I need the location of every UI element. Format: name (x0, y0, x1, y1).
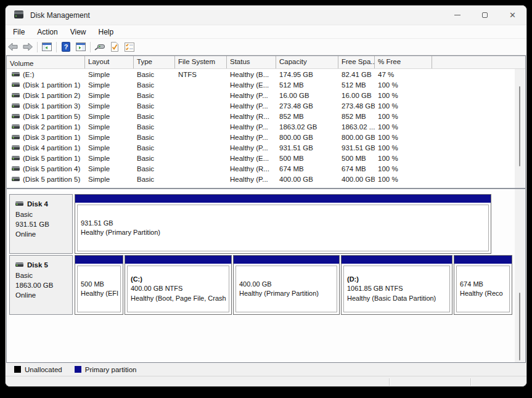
volume-cell: (Disk 1 partition 5) (7, 113, 85, 120)
capacity-cell: 273.48 GB (276, 102, 338, 110)
volume-row[interactable]: (Disk 1 partition 2) Simple Basic Health… (7, 90, 525, 100)
disk5-partition-strip: 500 MB Healthy (EFI S (C:) 400.00 GB NTF… (75, 255, 514, 315)
forward-button[interactable] (20, 40, 35, 54)
status-bar-divider (389, 378, 390, 386)
volume-row[interactable]: (Disk 1 partition 5) Simple Basic Health… (7, 111, 525, 121)
volume-drive-icon (12, 104, 20, 108)
action-pane-icon (76, 43, 86, 51)
forward-arrow-icon (22, 43, 33, 51)
back-button[interactable] (6, 40, 20, 54)
disk4-header-panel[interactable]: Disk 4 Basic 931.51 GB Online (9, 194, 73, 254)
partition-color-band (125, 256, 231, 264)
column-header-type[interactable]: Type (134, 56, 175, 68)
column-header-status[interactable]: Status (227, 56, 276, 68)
free-space-cell: 800.00 GB (338, 134, 375, 141)
layout-cell: Simple (85, 155, 134, 162)
volume-list-scrollbar[interactable] (515, 69, 525, 188)
close-icon: ✕ (509, 10, 516, 20)
menu-file[interactable]: File (7, 26, 30, 38)
unallocated-swatch (14, 366, 21, 373)
partition-disk5-5[interactable]: 674 MB Healthy (Reco (454, 255, 512, 315)
file-system-cell: NTFS (175, 71, 227, 78)
back-arrow-icon (7, 43, 18, 51)
scrollbar-thumb[interactable] (519, 86, 520, 166)
device-icon (94, 43, 105, 51)
title-bar: Disk Management ✕ (6, 6, 526, 25)
layout-cell: Simple (85, 134, 134, 141)
volume-drive-icon (12, 73, 20, 76)
free-space-cell: 1863.02 ... (338, 123, 375, 131)
partition-size: 674 MB (460, 280, 506, 290)
show-action-pane-button[interactable] (73, 40, 88, 54)
status-cell: Healthy (P... (227, 144, 276, 152)
status-bar-divider (470, 378, 471, 386)
pct-free-cell: 100 % (375, 155, 432, 162)
window-title: Disk Management (30, 11, 90, 20)
layout-cell: Simple (85, 92, 134, 99)
show-console-tree-button[interactable] (39, 40, 54, 54)
volume-row[interactable]: (E:) Simple Basic NTFS Healthy (B... 174… (7, 69, 525, 79)
disk-status: Online (15, 290, 72, 300)
volume-list-rows: (E:) Simple Basic NTFS Healthy (B... 174… (7, 69, 525, 184)
volume-row[interactable]: (Disk 5 partition 4) Simple Basic Health… (7, 163, 525, 174)
scrollbar-thumb[interactable] (519, 293, 520, 360)
task-list-button[interactable] (122, 40, 137, 54)
disk4-partition-strip: 931.51 GB Healthy (Primary Partition) (75, 194, 493, 254)
disk-icon (15, 202, 23, 206)
column-header-volume[interactable]: Volume (7, 56, 85, 68)
toolbar-separator (37, 42, 38, 52)
layout-cell: Simple (85, 81, 134, 89)
partition-disk5-d[interactable]: (D:) 1061.85 GB NTFS Healthy (Basic Data… (341, 255, 452, 315)
menu-help[interactable]: Help (93, 26, 120, 38)
pct-free-cell: 100 % (375, 81, 432, 89)
layout-cell: Simple (85, 165, 134, 173)
menu-action[interactable]: Action (31, 26, 63, 38)
maximize-button[interactable] (471, 6, 499, 25)
volume-cell: (Disk 4 partition 1) (7, 144, 85, 152)
column-header-pct-free[interactable]: % Free (375, 56, 432, 68)
free-space-cell: 16.00 GB (338, 92, 375, 99)
column-header-layout[interactable]: Layout (85, 56, 134, 68)
volume-row[interactable]: (Disk 5 partition 5) Simple Basic Health… (7, 174, 525, 184)
partition-info: 500 MB Healthy (EFI S (77, 266, 121, 312)
partition-disk4-1[interactable]: 931.51 GB Healthy (Primary Partition) (75, 194, 491, 254)
partition-disk5-1[interactable]: 500 MB Healthy (EFI S (75, 255, 123, 315)
volume-cell: (Disk 3 partition 1) (7, 134, 85, 141)
close-button[interactable]: ✕ (499, 6, 526, 25)
partition-disk5-3[interactable]: 400.00 GB Healthy (Primary Partition) (233, 255, 340, 315)
disk5-header-panel[interactable]: Disk 5 Basic 1863.00 GB Online (9, 255, 73, 315)
pct-free-cell: 100 % (375, 144, 432, 152)
column-header-file-system[interactable]: File System (175, 56, 227, 68)
partition-info: (C:) 400.00 GB NTFS Healthy (Boot, Page … (127, 266, 229, 312)
pct-free-cell: 100 % (375, 102, 432, 110)
menu-view[interactable]: View (65, 26, 92, 38)
disk-row-disk4: Disk 4 Basic 931.51 GB Online 931.51 GB … (9, 194, 493, 254)
volume-row[interactable]: (Disk 3 partition 1) Simple Basic Health… (7, 132, 525, 142)
volume-row[interactable]: (Disk 1 partition 3) Simple Basic Health… (7, 100, 525, 111)
free-space-cell: 500 MB (338, 155, 375, 162)
volume-row[interactable]: (Disk 4 partition 1) Simple Basic Health… (7, 142, 525, 153)
volume-drive-icon (12, 115, 20, 118)
column-header-capacity[interactable]: Capacity (276, 56, 338, 68)
layout-cell: Simple (85, 102, 134, 110)
status-cell: Healthy (P... (227, 102, 276, 110)
check-document-button[interactable] (107, 40, 122, 54)
help-button[interactable]: ? (59, 40, 73, 54)
partition-disk5-c[interactable]: (C:) 400.00 GB NTFS Healthy (Boot, Page … (125, 255, 232, 315)
volume-row[interactable]: (Disk 1 partition 1) Simple Basic Health… (7, 79, 525, 90)
toolbar-separator (90, 42, 91, 52)
graphical-view-scrollbar[interactable] (515, 189, 525, 362)
column-header-free-space[interactable]: Free Spa... (338, 56, 375, 68)
minimize-button[interactable] (443, 6, 471, 25)
volume-row[interactable]: (Disk 5 partition 1) Simple Basic Health… (7, 153, 525, 163)
partition-info: (D:) 1061.85 GB NTFS Healthy (Basic Data… (343, 266, 450, 312)
volume-drive-icon (12, 146, 20, 150)
type-cell: Basic (134, 165, 175, 173)
type-cell: Basic (134, 102, 175, 110)
maximize-icon (482, 12, 488, 18)
volume-row[interactable]: (Disk 2 partition 1) Simple Basic Health… (7, 121, 525, 132)
capacity-cell: 674 MB (276, 165, 338, 173)
layout-cell: Simple (85, 123, 134, 131)
window-controls: ✕ (443, 6, 526, 25)
device-view-button[interactable] (92, 40, 107, 54)
